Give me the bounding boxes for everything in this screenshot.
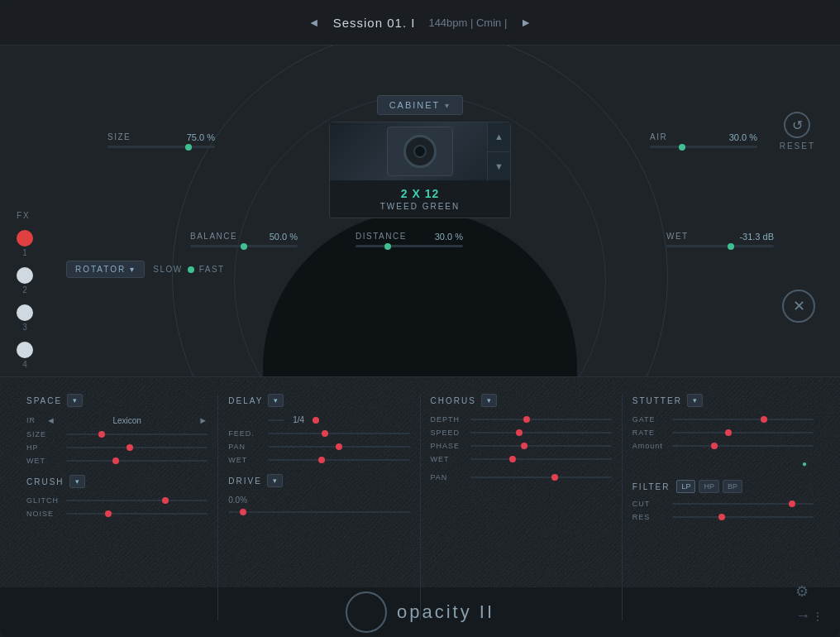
filter-cut-slider[interactable]: [672, 503, 814, 505]
size-slider[interactable]: [107, 146, 215, 148]
air-slider[interactable]: [650, 146, 757, 148]
filter-res-thumb[interactable]: [718, 514, 725, 520]
ir-next-arrow[interactable]: ►: [198, 415, 208, 425]
chorus-pan-slider[interactable]: [470, 477, 612, 478]
chorus-dropdown[interactable]: ▾: [481, 394, 497, 407]
cabinet-dropdown-button[interactable]: CABINET ▾: [377, 95, 464, 115]
delay-time-thumb[interactable]: [313, 417, 319, 424]
stutter-dropdown[interactable]: ▾: [687, 394, 703, 407]
reset-label: RESET: [780, 141, 815, 151]
delay-wet-thumb[interactable]: [318, 457, 325, 463]
filter-type-buttons: LP HP BP: [676, 480, 742, 493]
delay-pan-slider[interactable]: [268, 446, 409, 448]
balance-label: BALANCE: [190, 232, 237, 242]
drive-thumb[interactable]: [240, 509, 246, 515]
chorus-column: CHORUS ▾ DEPTH SPEED PHASE: [421, 394, 623, 620]
filter-res-slider[interactable]: [672, 516, 814, 518]
slow-fast-section: SLOW FAST: [153, 265, 224, 274]
ir-label: IR: [26, 416, 43, 424]
chorus-phase-slider[interactable]: [470, 445, 612, 447]
filter-lp-button[interactable]: LP: [676, 480, 695, 493]
stutter-amount-thumb[interactable]: [711, 443, 718, 449]
fx-dot-1[interactable]: [17, 230, 33, 247]
filter-bp-button[interactable]: BP: [723, 480, 742, 493]
cabinet-nav-down[interactable]: ▼: [488, 152, 510, 181]
cabinet-nav-up[interactable]: ▲: [488, 122, 510, 152]
chorus-wet-label: WET: [431, 455, 465, 463]
ir-prev-arrow[interactable]: ◄: [46, 415, 55, 425]
fx-slot-2[interactable]: 2: [17, 267, 33, 295]
chorus-speed-slider[interactable]: [470, 432, 612, 433]
air-control: AIR 30.0 %: [650, 132, 757, 148]
chorus-depth-label: DEPTH: [431, 415, 465, 424]
crush-noise-slider[interactable]: [66, 513, 208, 515]
chorus-speed-thumb[interactable]: [516, 429, 523, 436]
drive-title: DRIVE: [228, 477, 262, 486]
filter-cut-thumb[interactable]: [789, 500, 795, 507]
wet-header: WET -31.3 dB: [666, 232, 774, 245]
next-button[interactable]: ►: [520, 16, 532, 29]
chorus-depth-thumb[interactable]: [523, 416, 530, 423]
fx-dot-2[interactable]: [17, 267, 33, 284]
fx-slot-1[interactable]: 1: [17, 230, 33, 257]
chorus-phase-row: PHASE: [431, 442, 612, 450]
close-button[interactable]: ✕: [782, 290, 815, 323]
delay-time-slider[interactable]: [268, 419, 284, 421]
size-header: SIZE 75.0 %: [107, 132, 215, 146]
fx-dot-3[interactable]: [17, 304, 33, 321]
balance-slider[interactable]: [190, 245, 298, 247]
stutter-rate-slider[interactable]: [672, 432, 814, 433]
delay-feed-thumb[interactable]: [322, 430, 328, 437]
space-size-slider[interactable]: [66, 433, 208, 435]
crush-dropdown[interactable]: ▾: [69, 475, 85, 488]
distance-label: DISTANCE: [356, 232, 407, 242]
reset-button[interactable]: ↺ RESET: [780, 112, 815, 151]
rotator-dropdown-button[interactable]: ROTATOR ▾: [66, 261, 145, 278]
drive-dropdown[interactable]: ▾: [267, 474, 283, 487]
space-wet-slider[interactable]: [66, 460, 208, 462]
delay-wet-slider[interactable]: [268, 459, 409, 461]
stutter-rate-thumb[interactable]: [725, 429, 732, 436]
balance-thumb[interactable]: [241, 243, 247, 250]
chorus-wet-slider[interactable]: [470, 458, 612, 460]
upper-section: FX 1 2 3 4 ↺ RESET: [0, 46, 840, 376]
space-dropdown[interactable]: ▾: [67, 394, 83, 407]
chorus-pan-thumb[interactable]: [551, 474, 558, 481]
prev-button[interactable]: ◄: [308, 16, 320, 29]
chorus-pan-row: PAN: [431, 473, 612, 481]
crush-noise-thumb[interactable]: [105, 510, 112, 517]
delay-pan-row: PAN: [228, 443, 409, 451]
crush-glitch-thumb[interactable]: [162, 497, 169, 504]
stutter-gate-slider[interactable]: [672, 419, 814, 420]
stutter-amount-slider[interactable]: [672, 445, 814, 447]
space-hp-slider[interactable]: [66, 447, 208, 448]
space-hp-thumb[interactable]: [126, 444, 133, 451]
drive-slider[interactable]: [228, 511, 409, 513]
size-thumb[interactable]: [185, 144, 192, 151]
wet-slider[interactable]: [666, 245, 774, 247]
air-thumb[interactable]: [679, 144, 685, 151]
size-label: SIZE: [107, 132, 131, 142]
filter-hp-button[interactable]: HP: [699, 480, 719, 493]
chorus-title: CHORUS: [431, 396, 476, 405]
delay-pan-thumb[interactable]: [336, 443, 342, 450]
chorus-wet-thumb[interactable]: [509, 456, 516, 462]
stutter-gate-thumb[interactable]: [761, 416, 767, 423]
delay-feed-slider[interactable]: [268, 433, 409, 434]
space-size-thumb[interactable]: [98, 431, 105, 438]
crush-noise-row: NOISE: [26, 510, 208, 518]
chorus-depth-slider[interactable]: [470, 419, 612, 420]
fx-slot-3[interactable]: 3: [17, 304, 33, 332]
space-wet-thumb[interactable]: [112, 457, 119, 464]
stutter-filter-column: STUTTER ▾ GATE RATE Amount: [623, 394, 823, 620]
wet-thumb[interactable]: [728, 243, 734, 250]
delay-dropdown[interactable]: ▾: [268, 394, 284, 407]
fx-dot-4[interactable]: [17, 342, 33, 358]
cabinet-image-area: ▲ ▼: [330, 122, 510, 180]
fx-slot-4[interactable]: 4: [17, 342, 33, 369]
distance-thumb[interactable]: [384, 243, 391, 250]
crush-glitch-slider[interactable]: [66, 500, 208, 501]
chorus-phase-thumb[interactable]: [521, 443, 527, 449]
app-container: ◄ Session 01. I 144bpm | Cmin | ► FX 1 2…: [0, 0, 840, 637]
distance-slider[interactable]: [356, 245, 463, 247]
